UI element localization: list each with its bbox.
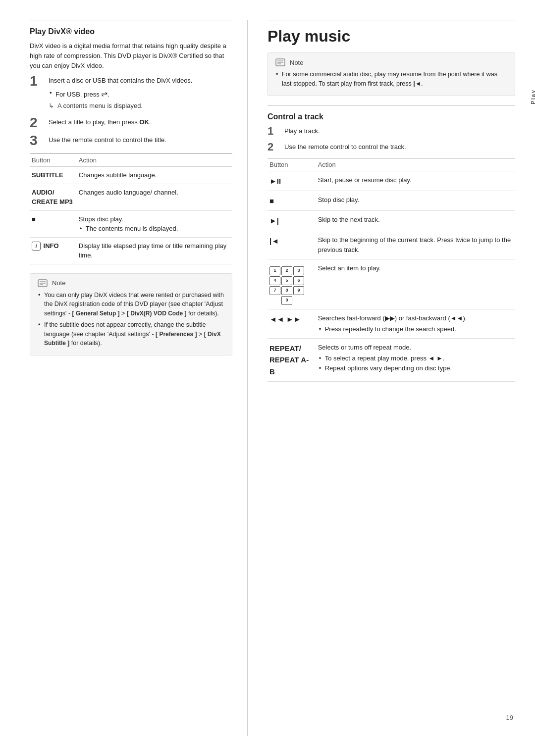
key-8: 8 <box>281 286 292 295</box>
button-info: i INFO <box>30 237 77 264</box>
left-step-1: 1 Insert a disc or USB that contains the… <box>30 76 232 112</box>
left-note-list: You can only play DivX videos that were … <box>37 291 225 349</box>
right-note-item-1: For some commercial audio disc, play may… <box>275 70 508 89</box>
right-table-col1: Button <box>268 158 316 171</box>
note-icon-right-top <box>275 58 286 67</box>
right-section-title: Control a track <box>268 112 515 121</box>
key-6: 6 <box>293 276 304 285</box>
left-intro: DivX video is a digital media format tha… <box>30 41 232 71</box>
right-step-2: 2 Use the remote control to control the … <box>268 142 515 153</box>
step-num-1: 1 <box>30 74 49 89</box>
step-1-bullet-2: A contents menu is displayed. <box>49 101 232 111</box>
button-stop: ■ <box>30 210 77 237</box>
action-subtitle: Changes subtitle language. <box>77 167 232 184</box>
table-row: 1 2 3 4 5 6 7 8 9 0 Select an item to pl <box>268 259 515 309</box>
left-note-title: Note <box>52 279 65 287</box>
note-icon-left <box>37 279 48 288</box>
step-content-3: Use the remote control to control the ti… <box>49 135 232 145</box>
key-4: 4 <box>269 276 280 285</box>
table-row: |◄ Skip to the beginning of the current … <box>268 231 515 259</box>
key-2: 2 <box>281 266 292 275</box>
table-row: ◄◄ ►► Searches fast-forward (▶▶) or fast… <box>268 309 515 338</box>
action-keypad: Select an item to play. <box>316 259 515 309</box>
right-section-divider <box>268 105 515 105</box>
key-3: 3 <box>293 266 304 275</box>
right-step-num-1: 1 <box>268 125 284 137</box>
top-divider-right <box>268 20 515 20</box>
key-0: 0 <box>281 296 292 305</box>
table-row: REPEAT/REPEAT A-B Selects or turns off r… <box>268 339 515 382</box>
action-stop: Stops disc play. The contents menu is di… <box>77 210 232 237</box>
right-step-num-2: 2 <box>268 141 284 153</box>
table-row: SUBTITLE Changes subtitle language. <box>30 167 232 184</box>
right-table: Button Action ►II Start, pause or resume… <box>268 158 515 382</box>
action-next: Skip to the next track. <box>316 211 515 231</box>
left-note-item-2: If the subtitle does not appear correctl… <box>37 320 225 348</box>
table-row: i INFO Display title elapsed play time o… <box>30 237 232 264</box>
action-info: Display title elapsed play time or title… <box>77 237 232 264</box>
button-keypad: 1 2 3 4 5 6 7 8 9 0 <box>268 259 316 309</box>
action-playpause: Start, pause or resume disc play. <box>316 171 515 191</box>
left-section-title: Play DivX® video <box>30 27 232 36</box>
left-step-2: 2 Select a title to play, then press OK. <box>30 117 232 131</box>
keypad-icon: 1 2 3 4 5 6 7 8 9 0 <box>269 266 304 305</box>
left-note-box: Note You can only play DivX videos that … <box>30 273 232 356</box>
search-bullet: Press repeatedly to change the search sp… <box>318 324 511 334</box>
ok-label: OK <box>139 118 149 126</box>
right-main-title: Play music <box>268 27 515 46</box>
top-divider-left <box>30 20 232 20</box>
button-search: ◄◄ ►► <box>268 309 316 338</box>
action-search: Searches fast-forward (▶▶) or fast-backw… <box>316 309 515 338</box>
left-note-header: Note <box>37 279 225 288</box>
vod-code-link: [ DivX(R) VOD Code ] <box>127 310 187 317</box>
button-repeat: REPEAT/REPEAT A-B <box>268 339 316 382</box>
step-1-text: Insert a disc or USB that contains the D… <box>49 77 192 84</box>
action-prev: Skip to the beginning of the current tra… <box>316 231 515 259</box>
button-playpause: ►II <box>268 171 316 191</box>
left-table-col2: Action <box>77 154 232 167</box>
preferences-link: [ Preferences ] <box>156 331 197 338</box>
info-badge-icon: i <box>32 242 41 251</box>
left-table: Button Action SUBTITLE Changes subtitle … <box>30 153 232 264</box>
step-content-1: Insert a disc or USB that contains the D… <box>49 76 232 112</box>
right-step-content-2: Use the remote control to control the tr… <box>284 142 515 152</box>
right-note-list-top: For some commercial audio disc, play may… <box>275 70 508 89</box>
action-audio: Changes audio language/ channel. <box>77 184 232 210</box>
right-column: Play Play music Note For some commercial… <box>248 20 535 736</box>
action-stop-right: Stop disc play. <box>316 191 515 211</box>
table-row: ►| Skip to the next track. <box>268 211 515 231</box>
table-row: ■ Stops disc play. The contents menu is … <box>30 210 232 237</box>
button-subtitle: SUBTITLE <box>30 167 77 184</box>
button-prev: |◄ <box>268 231 316 259</box>
left-note-item-1: You can only play DivX videos that were … <box>37 291 225 318</box>
usb-icon: ⇌ <box>101 90 107 98</box>
right-note-title-top: Note <box>290 59 303 66</box>
stop-bullet: The contents menu is displayed. <box>79 224 228 234</box>
step-1-bullet-1: For USB, press ⇌. <box>49 88 232 101</box>
table-row: ■ Stop disc play. <box>268 191 515 211</box>
right-note-box-top: Note For some commercial audio disc, pla… <box>268 52 515 96</box>
key-5: 5 <box>281 276 292 285</box>
right-note-header-top: Note <box>275 58 508 67</box>
right-table-col2: Action <box>316 158 515 171</box>
button-next: ►| <box>268 211 316 231</box>
key-9: 9 <box>293 286 304 295</box>
key-7: 7 <box>269 286 280 295</box>
right-step-content-1: Play a track. <box>284 126 515 136</box>
key-1: 1 <box>269 266 280 275</box>
table-row: AUDIO/CREATE MP3 Changes audio language/… <box>30 184 232 210</box>
repeat-bullet-2: Repeat options vary depending on disc ty… <box>318 363 511 373</box>
table-row: ►II Start, pause or resume disc play. <box>268 171 515 191</box>
left-step-3: 3 Use the remote control to control the … <box>30 135 232 149</box>
page-number: 19 <box>506 714 513 721</box>
button-audio: AUDIO/CREATE MP3 <box>30 184 77 210</box>
button-stop-right: ■ <box>268 191 316 211</box>
skip-back-symbol: |◄ <box>413 80 421 87</box>
left-table-col1: Button <box>30 154 77 167</box>
repeat-bullet-1: To select a repeat play mode, press ◄ ►. <box>318 353 511 363</box>
general-setup-link: [ General Setup ] <box>72 310 120 317</box>
left-column: Play DivX® video DivX video is a digital… <box>0 20 248 736</box>
side-label: Play <box>530 89 535 104</box>
step-content-2: Select a title to play, then press OK. <box>49 117 232 127</box>
step-num-3: 3 <box>30 133 49 149</box>
